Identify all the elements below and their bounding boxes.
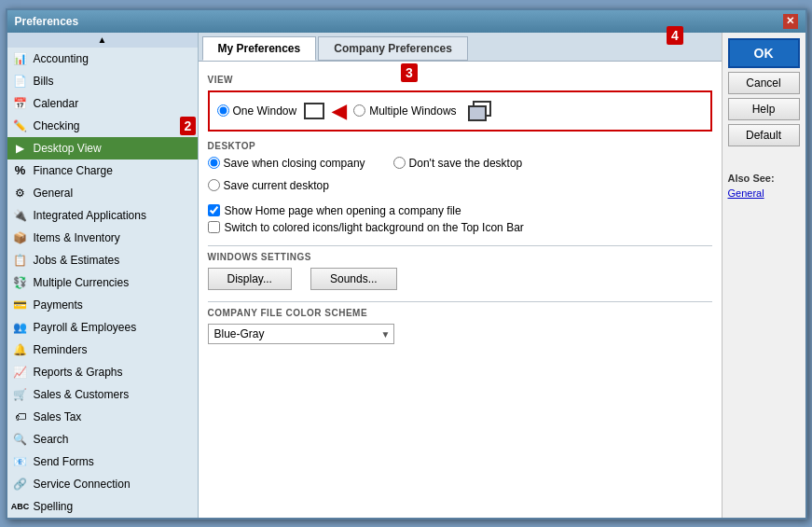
sidebar-item-items-inventory[interactable]: 📦 Items & Inventory [7,227,198,249]
one-window-option[interactable]: One Window [217,104,297,118]
color-dropdown-row: Blue-Gray Default Blue Green ▼ [208,324,712,344]
badge-2: 2 [180,117,197,135]
sidebar-item-calendar[interactable]: 📅 Calendar [7,92,198,115]
sidebar-item-payments[interactable]: 💳 Payments [7,294,198,316]
single-window-icon [304,103,324,119]
sidebar-label-sales-tax: Sales Tax [34,410,82,423]
sidebar-item-multiple-currencies[interactable]: 💱 Multiple Currencies [7,271,198,294]
help-button[interactable]: Help [728,98,800,120]
sidebar-label-reports: Reports & Graphs [34,366,123,379]
sidebar-item-accounting[interactable]: 📊 Accounting [7,48,198,70]
color-scheme-dropdown[interactable]: Blue-Gray Default Blue Green [208,324,394,344]
main-content: My Preferences Company Preferences 3 VIE… [199,33,722,518]
checking-icon: ✏️ [13,118,28,133]
view-section-label: VIEW [208,75,712,85]
desktop-section: DESKTOP Save when closing company Don't … [208,141,712,234]
preferences-dialog: Preferences ✕ 4 ▲ 2 📊 Accounting 📄 Bills… [6,8,807,520]
spelling-icon: ABC [13,499,28,514]
tab-company-preferences[interactable]: Company Preferences [318,36,468,61]
dont-save-option[interactable]: Don't save the desktop [393,157,523,170]
sidebar-item-checking[interactable]: ✏️ Checking [7,115,198,137]
sidebar-label-payments: Payments [34,298,83,312]
sidebar-scroll-up[interactable]: ▲ [7,33,198,48]
sidebar-item-sales-customers[interactable]: 🛒 Sales & Customers [7,383,198,406]
arrow-icon: ◀ [332,100,346,122]
sidebar-item-desktop-view[interactable]: ▶ Desktop View [7,137,198,159]
switch-icons-option[interactable]: Switch to colored icons/light background… [208,221,712,234]
ok-button[interactable]: OK [728,38,800,68]
sidebar: ▲ 2 📊 Accounting 📄 Bills 📅 Calendar ✏️ C… [7,33,199,518]
save-current-radio[interactable] [208,179,220,191]
sidebar-label-service-connection: Service Connection [34,478,131,491]
sidebar-label-finance-charge: Finance Charge [34,164,113,177]
default-button[interactable]: Default [728,124,800,146]
title-bar: Preferences ✕ [7,10,805,33]
payments-icon: 💳 [13,298,28,312]
sidebar-label-send-forms: Send Forms [34,455,94,468]
cancel-button[interactable]: Cancel [728,72,800,94]
sidebar-label-multiple-currencies: Multiple Currencies [34,276,130,289]
sidebar-item-search[interactable]: 🔍 Search [7,428,198,451]
one-window-label: One Window [233,104,297,118]
save-current-option[interactable]: Save current desktop [208,179,712,192]
multiple-windows-radio[interactable] [353,104,365,117]
sidebar-label-sales-customers: Sales & Customers [34,388,130,401]
close-button[interactable]: ✕ [783,14,798,29]
dont-save-radio[interactable] [393,157,406,169]
multi-window-icon [468,101,492,121]
sidebar-item-jobs-estimates[interactable]: 📋 Jobs & Estimates [7,249,198,271]
badge-3: 3 [401,63,418,82]
sidebar-label-jobs-estimates: Jobs & Estimates [34,254,120,267]
windows-settings-label: WINDOWS SETTINGS [208,252,712,262]
desktop-radios: Save when closing company Don't save the… [208,157,712,174]
sidebar-item-spelling[interactable]: ABC Spelling [7,495,198,518]
sidebar-item-reminders[interactable]: 🔔 Reminders [7,339,198,361]
sidebar-label-desktop-view: Desktop View [34,142,102,155]
tab-my-preferences[interactable]: My Preferences [202,36,317,61]
multiple-windows-label: Multiple Windows [369,104,456,118]
sales-customers-icon: 🛒 [13,387,28,402]
show-home-checkbox[interactable] [208,204,220,216]
one-window-radio[interactable] [217,104,229,117]
sidebar-label-spelling: Spelling [34,500,74,513]
dont-save-label: Don't save the desktop [409,157,523,170]
sidebar-label-bills: Bills [34,75,54,88]
divider-1 [208,245,712,246]
save-closing-radio[interactable] [208,157,220,169]
sidebar-item-service-connection[interactable]: 🔗 Service Connection [7,473,198,495]
save-closing-option[interactable]: Save when closing company [208,157,365,170]
sidebar-item-general[interactable]: ⚙ General [7,182,198,204]
save-closing-label: Save when closing company [224,157,365,170]
sidebar-item-integrated-apps[interactable]: 🔌 Integrated Applications [7,204,198,227]
divider-2 [208,301,712,302]
windows-settings-section: WINDOWS SETTINGS Display... Sounds... [208,252,712,290]
show-home-option[interactable]: Show Home page when opening a company fi… [208,204,712,217]
sidebar-item-finance-charge[interactable]: % Finance Charge [7,159,198,182]
general-icon: ⚙ [13,186,28,201]
desktop-section-label: DESKTOP [208,141,712,151]
switch-icons-checkbox[interactable] [208,221,220,233]
multiple-windows-option[interactable]: Multiple Windows [353,104,456,118]
sounds-button[interactable]: Sounds... [310,268,397,290]
dialog-title: Preferences [15,15,79,28]
sidebar-label-search: Search [34,433,69,446]
sidebar-item-send-forms[interactable]: 📧 Send Forms [7,451,198,473]
save-current-label: Save current desktop [224,179,329,192]
multiple-currencies-icon: 💱 [13,275,28,290]
sidebar-item-sales-tax[interactable]: 🏷 Sales Tax [7,406,198,428]
sidebar-item-reports-graphs[interactable]: 📈 Reports & Graphs [7,361,198,383]
color-dropdown-wrapper: Blue-Gray Default Blue Green ▼ [208,324,394,344]
sidebar-item-bills[interactable]: 📄 Bills [7,70,198,92]
reports-icon: 📈 [13,365,28,380]
reminders-icon: 🔔 [13,342,28,357]
general-link[interactable]: General [728,187,800,199]
switch-icons-label: Switch to colored icons/light background… [225,221,524,234]
accounting-icon: 📊 [13,51,28,66]
sidebar-item-payroll-employees[interactable]: 👥 Payroll & Employees [7,316,198,339]
sidebar-label-integrated-apps: Integrated Applications [34,209,146,222]
view-box: One Window ◀ Multiple Windows [208,90,712,132]
display-button[interactable]: Display... [208,268,292,290]
calendar-icon: 📅 [13,96,28,111]
settings-buttons: Display... Sounds... [208,268,712,290]
integrated-apps-icon: 🔌 [13,208,28,223]
